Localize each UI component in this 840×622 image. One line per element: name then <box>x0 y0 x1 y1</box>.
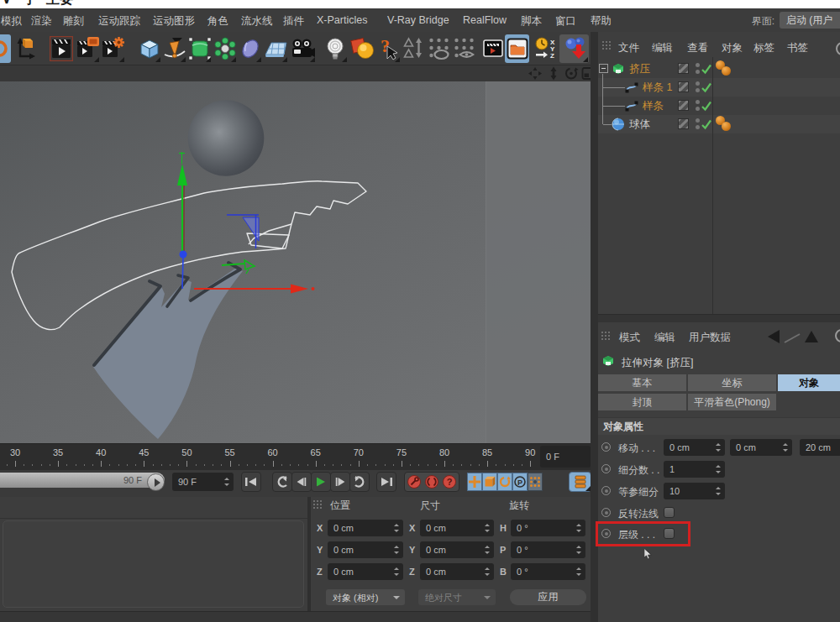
menu-item-9[interactable]: X-Particles <box>317 14 367 26</box>
object-name[interactable]: 样条 <box>643 99 664 113</box>
menu-item-3[interactable]: 雕刻 <box>63 14 84 29</box>
help-cursor-icon[interactable]: ? <box>375 34 401 63</box>
menu-item-10[interactable]: V-Ray Bridge <box>387 14 449 26</box>
size-y-field[interactable]: 0 cm <box>420 541 494 558</box>
layer-swatch-icon[interactable] <box>678 63 689 74</box>
back-arrow-icon[interactable] <box>768 330 780 343</box>
position-x-field[interactable]: 0 cm <box>328 520 403 536</box>
om-menu-5[interactable]: 标签 <box>753 41 774 55</box>
object-name[interactable]: 球体 <box>629 118 650 132</box>
zoom-view-icon[interactable] <box>546 66 561 81</box>
visibility-dot-top[interactable] <box>696 63 700 67</box>
param-record-circle[interactable] <box>601 442 611 452</box>
rotate-view-icon[interactable] <box>564 66 579 81</box>
param-field[interactable]: 0 cm <box>730 439 792 456</box>
camera-icon[interactable] <box>289 34 316 63</box>
enabled-check-icon[interactable] <box>701 100 712 112</box>
enabled-check-icon[interactable] <box>701 63 712 75</box>
tag-icon[interactable] <box>722 66 731 76</box>
param-record-circle[interactable] <box>601 464 611 473</box>
timeline-range-slider[interactable]: 90 F <box>0 473 165 488</box>
expand-toggle[interactable] <box>599 64 608 73</box>
gizmo-origin-dot[interactable] <box>180 251 187 259</box>
timeline-ruler[interactable]: 30354045505560657075808590 0 F <box>0 443 591 470</box>
coordinates-panel-handle[interactable] <box>312 499 323 510</box>
keyframe-presets-button[interactable] <box>569 472 591 492</box>
object-row-球体[interactable]: 球体 <box>598 115 840 133</box>
key-rotation-toggle[interactable] <box>497 473 512 491</box>
visibility-dot-top[interactable] <box>696 81 700 86</box>
loop-forward-button[interactable] <box>349 472 370 492</box>
param-field[interactable]: 1 <box>664 461 725 478</box>
tab-coordinates[interactable]: 坐标 <box>688 374 776 391</box>
menu-item-11[interactable]: RealFlow <box>463 14 507 26</box>
am-menu-1[interactable]: 模式 <box>619 331 640 345</box>
coordinate-mode-dropdown[interactable]: 对象 (相对) <box>326 589 405 605</box>
light-icon[interactable] <box>322 34 348 63</box>
menu-item-5[interactable]: 运动图形 <box>153 14 195 29</box>
layer-swatch-icon[interactable] <box>678 100 689 111</box>
layer-swatch-icon[interactable] <box>678 81 689 92</box>
play-backwards-button[interactable] <box>291 472 312 492</box>
tab-basic[interactable]: 基本 <box>598 374 686 391</box>
apply-button[interactable]: 应用 <box>510 589 586 605</box>
deformer-icon[interactable] <box>213 34 237 63</box>
viewport-canvas[interactable] <box>0 81 591 443</box>
object-row-样条[interactable]: 样条 <box>598 97 840 115</box>
position-z-field[interactable]: 0 cm <box>328 563 403 580</box>
menu-item-12[interactable]: 脚本 <box>521 14 542 29</box>
key-pla-toggle[interactable] <box>528 473 543 491</box>
visibility-dot-bottom[interactable] <box>696 107 700 111</box>
enabled-check-icon[interactable] <box>701 118 712 130</box>
om-menu-1[interactable]: 文件 <box>618 41 639 55</box>
om-menu-4[interactable]: 对象 <box>722 41 743 55</box>
om-menu-6[interactable]: 书签 <box>787 41 808 55</box>
param-checkbox[interactable] <box>664 507 675 518</box>
interface-dropdown[interactable]: 启动 (用户 <box>780 12 840 29</box>
content-browser-icon[interactable] <box>505 34 529 63</box>
end-frame-field[interactable]: 90 F <box>172 473 234 491</box>
metaball-icon[interactable] <box>238 34 262 63</box>
screen-clapper-icon[interactable] <box>481 34 504 63</box>
object-row-挤压[interactable]: 挤压 <box>598 60 840 78</box>
key-scale-toggle[interactable] <box>482 473 497 491</box>
render-picture-viewer-icon[interactable] <box>76 34 100 63</box>
size-z-field[interactable]: 0 cm <box>420 563 494 580</box>
play-forwards-button[interactable] <box>330 472 350 492</box>
subdivision-surface-icon[interactable] <box>187 34 212 63</box>
spinner-icon[interactable] <box>576 567 582 576</box>
enabled-check-icon[interactable] <box>701 81 712 93</box>
up-arrow-icon[interactable] <box>805 331 818 342</box>
render-view-icon[interactable] <box>49 34 74 63</box>
object-properties-section[interactable]: 对象属性 <box>598 417 840 435</box>
visibility-dot-top[interactable] <box>696 100 700 104</box>
am-menu-3[interactable]: 用户数据 <box>689 331 731 345</box>
autokey-button[interactable] <box>425 475 438 489</box>
menu-item-8[interactable]: 插件 <box>283 14 304 29</box>
keyframe-selection-button[interactable]: ? <box>443 475 456 489</box>
spinner-icon[interactable] <box>485 524 491 532</box>
record-keyframe-button[interactable] <box>407 475 421 489</box>
forward-arrow-icon[interactable] <box>785 334 800 342</box>
spinner-icon[interactable] <box>716 465 722 473</box>
menu-item-1[interactable]: 模拟 <box>1 14 22 29</box>
spinner-icon[interactable] <box>224 478 230 486</box>
floor-icon[interactable] <box>263 34 288 63</box>
spinner-icon[interactable] <box>716 443 722 452</box>
spinner-icon[interactable] <box>576 524 582 532</box>
om-am-splitter[interactable] <box>598 314 840 322</box>
key-position-toggle[interactable] <box>467 473 482 491</box>
coord-time-icon[interactable]: XYZ <box>533 34 559 63</box>
add-cube-icon[interactable] <box>137 34 161 63</box>
spinner-icon[interactable] <box>394 546 400 554</box>
spinner-icon[interactable] <box>485 546 491 554</box>
rotation-h-field[interactable]: 0 ° <box>511 520 585 536</box>
layer-swatch-icon[interactable] <box>678 118 689 129</box>
loop-back-button[interactable] <box>272 472 292 492</box>
current-frame-field[interactable]: 0 F <box>540 446 591 468</box>
om-menu-3[interactable]: 查看 <box>687 41 708 55</box>
spinner-icon[interactable] <box>716 487 722 495</box>
size-x-field[interactable]: 0 cm <box>420 520 494 536</box>
spinner-icon[interactable] <box>485 567 491 576</box>
menu-item-13[interactable]: 窗口 <box>555 14 576 29</box>
